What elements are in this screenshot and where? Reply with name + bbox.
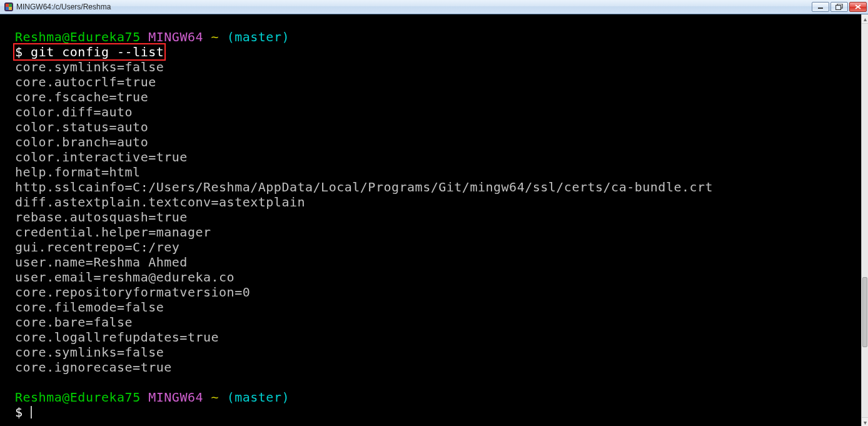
output-line: core.logallrefupdates=true <box>15 330 219 345</box>
git-bash-icon <box>4 2 14 12</box>
output-line: gui.recentrepo=C:/rey <box>15 240 179 255</box>
output-line: core.filemode=false <box>15 300 164 315</box>
svg-rect-5 <box>818 8 823 9</box>
svg-rect-4 <box>9 7 12 10</box>
output-line: core.fscache=true <box>15 89 148 104</box>
output-line: core.symlinks=false <box>15 59 164 74</box>
output-line: color.branch=auto <box>15 134 148 150</box>
prompt-branch: (master) <box>227 29 290 44</box>
prompt-cwd: ~ <box>211 390 220 405</box>
vertical-scrollbar[interactable]: ▴ ▾ <box>861 14 868 426</box>
output-line: core.ignorecase=true <box>15 360 172 375</box>
window-controls <box>812 2 867 12</box>
prompt-user: Reshma@Edureka75 <box>15 29 141 44</box>
prompt-shell: MINGW64 <box>148 29 203 44</box>
svg-rect-7 <box>836 6 841 10</box>
output-line: core.autocrlf=true <box>15 74 156 89</box>
svg-rect-3 <box>6 7 9 10</box>
scroll-up-arrow[interactable]: ▴ <box>862 14 868 24</box>
command-highlight: $ git config --list <box>13 43 166 61</box>
window-titlebar: MINGW64:/c/Users/Reshma <box>0 0 868 14</box>
prompt-cwd: ~ <box>211 29 220 44</box>
output-line: credential.helper=manager <box>15 225 211 240</box>
svg-rect-2 <box>9 4 12 7</box>
minimize-button[interactable] <box>812 2 829 12</box>
maximize-button[interactable] <box>830 2 848 12</box>
svg-rect-1 <box>6 4 9 7</box>
terminal-output[interactable]: Reshma@Edureka75 MINGW64 ~ (master) $ gi… <box>0 14 862 426</box>
prompt-shell: MINGW64 <box>148 390 203 405</box>
output-line: color.status=auto <box>15 119 148 134</box>
window-title: MINGW64:/c/Users/Reshma <box>16 3 111 11</box>
entered-command: git config --list <box>31 44 164 59</box>
scroll-down-arrow[interactable]: ▾ <box>862 417 868 426</box>
prompt-branch: (master) <box>227 390 290 405</box>
output-line: core.symlinks=false <box>15 345 164 360</box>
prompt-user: Reshma@Edureka75 <box>15 390 141 405</box>
output-line: diff.astextplain.textconv=astextplain <box>15 195 305 210</box>
close-button[interactable] <box>849 2 867 12</box>
output-line: core.repositoryformatversion=0 <box>15 285 250 300</box>
output-line: http.sslcainfo=C:/Users/Reshma/AppData/L… <box>15 180 713 195</box>
prompt-line: Reshma@Edureka75 MINGW64 ~ (master) <box>15 29 290 44</box>
output-line: user.name=Reshma Ahmed <box>15 255 188 270</box>
output-line: color.interactive=true <box>15 150 188 165</box>
output-line: core.bare=false <box>15 315 133 330</box>
output-line: user.email=reshma@edureka.co <box>15 270 235 285</box>
output-line: help.format=html <box>15 165 141 180</box>
scroll-thumb[interactable] <box>862 277 867 347</box>
prompt-symbol: $ <box>15 44 23 59</box>
prompt-symbol: $ <box>15 405 23 420</box>
output-line: color.diff=auto <box>15 104 133 119</box>
output-line: rebase.autosquash=true <box>15 210 188 225</box>
terminal-area[interactable]: Reshma@Edureka75 MINGW64 ~ (master) $ gi… <box>0 14 868 426</box>
prompt-line: Reshma@Edureka75 MINGW64 ~ (master) <box>15 390 290 405</box>
cursor <box>31 406 32 418</box>
